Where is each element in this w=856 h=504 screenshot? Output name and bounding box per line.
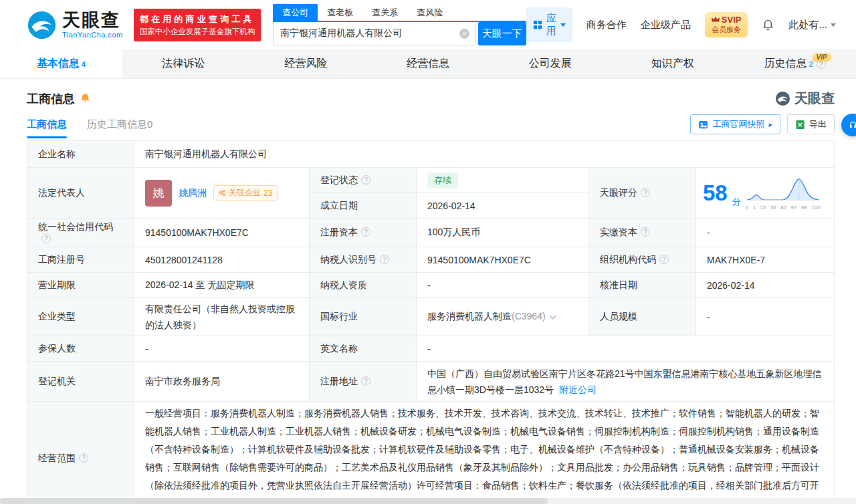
- table-row: 经营范围? 一般经营项目：服务消费机器人制造；服务消费机器人销售；技术服务、技术…: [27, 402, 835, 504]
- company-type-value: 有限责任公司（非自然人投资或控股的法人独资）: [134, 298, 310, 336]
- export-button[interactable]: 导出: [787, 114, 835, 134]
- business-scope-label: 经营范围?: [27, 402, 134, 504]
- question-icon[interactable]: ?: [79, 453, 88, 463]
- nearby-companies-link[interactable]: 附近公司: [559, 384, 597, 395]
- org-code-value: MAK7HX0E-7: [696, 247, 835, 273]
- slogan-line2: 国家中小企业发展子基金旗下机构: [140, 26, 255, 37]
- reg-number-value: 450128001241128: [134, 247, 310, 273]
- user-account-menu[interactable]: 此处有...: [788, 19, 836, 31]
- tab-intellectual-property[interactable]: 知识产权: [611, 49, 734, 78]
- apps-label: 应用: [546, 12, 556, 37]
- question-icon[interactable]: ?: [361, 175, 370, 184]
- question-icon[interactable]: ?: [41, 234, 51, 243]
- notification-bell-icon[interactable]: [762, 19, 774, 31]
- business-term-value: 2026-02-14 至 无固定期限: [134, 273, 310, 298]
- table-row: 统一社会信用代码? 91450100MAK7HX0E7C 注册资本? 100万人…: [27, 219, 835, 247]
- subscribe-bell-icon[interactable]: [80, 93, 91, 104]
- english-name-label: 英文名称: [310, 336, 417, 362]
- search-input[interactable]: [273, 22, 475, 45]
- tab-operation-risk[interactable]: 经营风险: [245, 49, 367, 78]
- score-value: 58: [703, 182, 728, 204]
- legal-rep-name-link[interactable]: 姚腾洲: [179, 187, 207, 199]
- reg-authority-value: 南宁市政务服务局: [134, 362, 310, 402]
- enterprise-product-link[interactable]: 企业级产品: [641, 19, 691, 31]
- approval-date-value: 2026-02-14: [696, 273, 835, 298]
- search-button[interactable]: 天眼一下: [478, 22, 526, 45]
- subtab-business-info[interactable]: 工商信息: [27, 118, 67, 138]
- arrow-right-icon: ▸: [768, 120, 772, 129]
- subtab-history-business-info[interactable]: 历史工商信息0: [87, 118, 152, 138]
- tab-basic-info[interactable]: 基本信息4: [0, 49, 122, 78]
- main-content: 工商信息 天眼查 工商信息 历史工商信息0 工商官网快照 ▸: [0, 79, 856, 504]
- brand-domain: TianYanCha.com: [62, 31, 123, 39]
- excel-export-icon: [795, 120, 805, 130]
- brand-name: 天眼查: [62, 11, 123, 31]
- table-row: 工商注册号 450128001241128 纳税人识别号? 91450100MA…: [27, 247, 835, 273]
- related-companies-count: 23: [263, 188, 272, 198]
- paid-capital-value: -: [696, 219, 835, 247]
- tab-basic-info-count: 4: [82, 60, 86, 68]
- brand-swirl-icon: [27, 10, 57, 40]
- search-tab-company[interactable]: 查公司: [273, 4, 318, 21]
- crown-icon: [712, 17, 720, 23]
- taxpayer-quality-value: -: [417, 273, 589, 298]
- tab-operation-info-label: 经营信息: [407, 57, 449, 71]
- header-right: 应用 商务合作 企业级产品 SVIP 会员服务 此处有...: [526, 7, 836, 42]
- tab-company-development[interactable]: 公司发展: [489, 49, 611, 78]
- tianyancha-logo[interactable]: 天眼查 TianYanCha.com: [27, 10, 123, 40]
- search-tab-risk[interactable]: 查风险: [407, 4, 452, 21]
- chevron-down-icon[interactable]: [549, 313, 556, 320]
- tab-operation-info[interactable]: 经营信息: [367, 49, 490, 78]
- grid-icon: [533, 20, 542, 29]
- apps-menu-button[interactable]: 应用: [526, 7, 572, 42]
- svip-sub-label: 会员服务: [712, 25, 742, 35]
- export-label: 导出: [809, 118, 827, 130]
- table-row: 企业名称 南宁银河通用机器人有限公司: [27, 141, 835, 168]
- reg-capital-value: 100万人民币: [417, 219, 589, 247]
- tab-legal-litigation[interactable]: 法律诉讼: [122, 49, 245, 78]
- watermark-swirl-icon: [775, 91, 790, 106]
- approval-date-label: 核准日期: [589, 273, 696, 298]
- table-row: 参保人数 - 英文名称 -: [27, 336, 835, 362]
- taxpayer-id-label: 纳税人识别号?: [310, 247, 417, 273]
- reg-address-label: 注册地址?: [310, 362, 417, 402]
- scrollbar-thumb[interactable]: [0, 498, 548, 504]
- brand-slogan: 都在用的商业查询工具 国家中小企业发展子基金旗下机构: [134, 9, 261, 41]
- staff-size-label: 人员规模: [589, 298, 696, 336]
- question-icon[interactable]: ?: [361, 227, 370, 237]
- chevron-down-icon: [831, 23, 836, 27]
- question-icon[interactable]: ?: [659, 255, 669, 264]
- tab-basic-info-label: 基本信息: [37, 57, 80, 71]
- watermark-text: 天眼查: [794, 90, 835, 108]
- taxpayer-id-value: 91450100MAK7HX0E7C: [417, 247, 589, 273]
- related-companies-badge[interactable]: 关联企业 23: [213, 185, 278, 201]
- svip-member-badge[interactable]: SVIP 会员服务: [705, 12, 748, 37]
- tab-legal-litigation-label: 法律诉讼: [162, 57, 205, 71]
- industry-value: 服务消费机器人制造(C3964): [417, 298, 589, 336]
- search-tab-boss[interactable]: 查老板: [318, 4, 362, 21]
- chevron-down-icon: [560, 23, 566, 27]
- search-tab-relation[interactable]: 查关系: [362, 4, 407, 21]
- score-label: 天眼评分?: [589, 168, 696, 219]
- table-row: 营业期限 2026-02-14 至 无固定期限 纳税人资质 - 核准日期 202…: [27, 273, 835, 298]
- business-cooperation-link[interactable]: 商务合作: [586, 19, 627, 31]
- question-icon[interactable]: ?: [641, 188, 650, 197]
- tab-company-development-label: 公司发展: [529, 57, 572, 71]
- insured-count-value: -: [134, 336, 310, 362]
- horizontal-scrollbar[interactable]: [0, 498, 856, 504]
- score-chart-axis: 011555859799100: [746, 205, 821, 211]
- score-chart: 011555859799100: [746, 176, 821, 211]
- slogan-line1: 都在用的商业查询工具: [140, 13, 255, 26]
- question-icon[interactable]: ?: [641, 227, 650, 237]
- clear-icon[interactable]: ×: [459, 29, 469, 39]
- question-icon[interactable]: ?: [361, 376, 370, 386]
- reg-authority-label: 登记机关: [27, 362, 134, 402]
- legal-rep-avatar[interactable]: 姚: [145, 180, 172, 207]
- tab-history-info[interactable]: VIP 历史信息2 ?: [734, 49, 856, 78]
- question-icon[interactable]: ?: [380, 255, 389, 264]
- user-name: 此处有...: [788, 19, 827, 31]
- paid-capital-label: 实缴资本?: [589, 219, 696, 247]
- official-snapshot-button[interactable]: 工商官网快照 ▸: [690, 114, 780, 134]
- reg-status-value: 存续: [417, 168, 589, 193]
- official-snapshot-label: 工商官网快照: [712, 118, 764, 130]
